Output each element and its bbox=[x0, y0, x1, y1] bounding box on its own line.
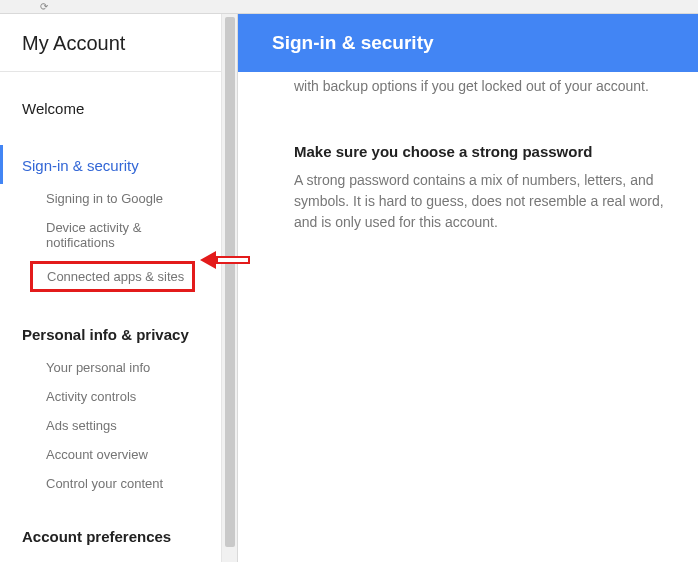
sidebar: My Account Welcome Sign-in & security Si… bbox=[0, 14, 222, 562]
sidebar-group-signin[interactable]: Sign-in & security bbox=[0, 145, 221, 184]
strong-password-body: A strong password contains a mix of numb… bbox=[294, 170, 664, 233]
sidebar-nav: Welcome Sign-in & security Signing in to… bbox=[0, 72, 221, 555]
sidebar-item-account-overview[interactable]: Account overview bbox=[0, 440, 221, 469]
sidebar-item-ads-settings[interactable]: Ads settings bbox=[0, 411, 221, 440]
sidebar-item-your-info[interactable]: Your personal info bbox=[0, 353, 221, 382]
content-body: with backup options if you get locked ou… bbox=[238, 72, 698, 257]
sidebar-item-activity-controls[interactable]: Activity controls bbox=[0, 382, 221, 411]
reload-icon[interactable]: ⟳ bbox=[40, 1, 48, 12]
content-area: Sign-in & security with backup options i… bbox=[238, 14, 698, 562]
sidebar-group-prefs[interactable]: Account preferences bbox=[0, 516, 221, 555]
content-header: Sign-in & security bbox=[238, 14, 698, 72]
sidebar-item-welcome[interactable]: Welcome bbox=[0, 94, 221, 127]
sidebar-item-connected-apps[interactable]: Connected apps & sites bbox=[30, 261, 195, 292]
browser-toolbar: ⟳ bbox=[0, 0, 698, 14]
scrollbar-thumb[interactable] bbox=[225, 17, 235, 547]
layout: My Account Welcome Sign-in & security Si… bbox=[0, 14, 698, 562]
sidebar-item-device-activity[interactable]: Device activity & notifications bbox=[0, 213, 221, 257]
content-truncated-text: with backup options if you get locked ou… bbox=[294, 76, 664, 97]
sidebar-item-signing-in[interactable]: Signing in to Google bbox=[0, 184, 221, 213]
page-title: My Account bbox=[0, 32, 221, 72]
sidebar-item-control-content[interactable]: Control your content bbox=[0, 469, 221, 498]
content-header-title: Sign-in & security bbox=[272, 32, 434, 53]
strong-password-heading: Make sure you choose a strong password bbox=[294, 141, 664, 164]
sidebar-group-personal[interactable]: Personal info & privacy bbox=[0, 314, 221, 353]
sidebar-scrollbar[interactable] bbox=[222, 14, 238, 562]
